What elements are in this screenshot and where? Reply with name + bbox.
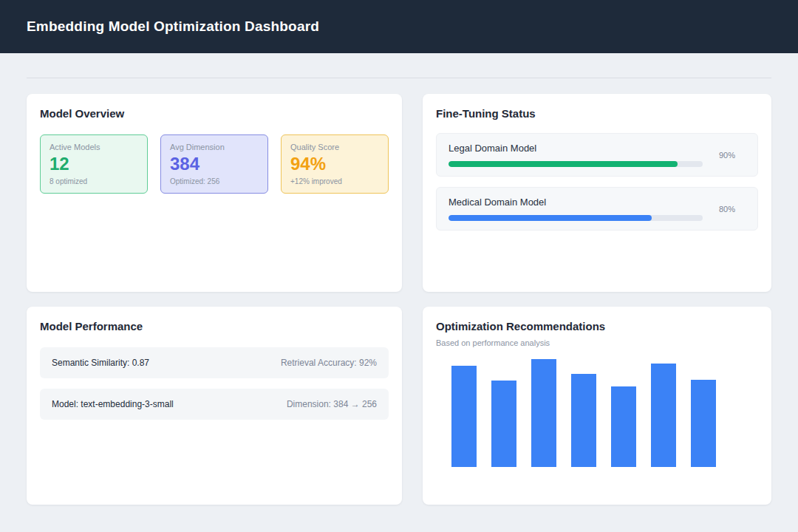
chart-bar <box>651 364 676 467</box>
cards-grid: Model Overview Active Models 12 8 optimi… <box>27 94 771 505</box>
stat-active-models: Active Models 12 8 optimized <box>40 134 148 194</box>
progress-row-left: Legal Domain Model <box>449 143 703 167</box>
stats-row: Active Models 12 8 optimized Avg Dimensi… <box>40 134 389 194</box>
progress-row-left: Medical Domain Model <box>449 197 703 221</box>
model-performance-title: Model Performance <box>40 320 389 332</box>
chart-bar <box>691 380 716 467</box>
stat-sub: 8 optimized <box>50 177 138 185</box>
stat-value: 94% <box>290 154 379 174</box>
card-model-overview: Model Overview Active Models 12 8 optimi… <box>27 94 402 292</box>
stat-avg-dimension: Avg Dimension 384 Optimized: 256 <box>160 134 268 194</box>
bar-chart <box>436 359 758 467</box>
recommendations-subtitle: Based on performance analysis <box>436 338 758 347</box>
performance-row: Model: text-embedding-3-small Dimension:… <box>40 389 389 420</box>
progress-track <box>449 161 703 167</box>
chart-bar <box>491 381 516 467</box>
stat-label: Quality Score <box>290 143 379 151</box>
chart-bar <box>531 359 556 467</box>
stat-value: 384 <box>170 154 259 174</box>
chart-bar <box>571 374 596 467</box>
page-title: Embedding Model Optimization Dashboard <box>27 18 319 35</box>
progress-percent: 90% <box>709 151 746 160</box>
chart-bar <box>451 366 477 467</box>
main-content: Model Overview Active Models 12 8 optimi… <box>0 78 798 505</box>
stat-sub: +12% improved <box>290 177 379 185</box>
model-name: Legal Domain Model <box>449 143 703 154</box>
model-name: Medical Domain Model <box>449 197 703 208</box>
model-overview-title: Model Overview <box>40 107 389 120</box>
progress-track <box>449 215 703 221</box>
progress-fill <box>449 161 678 167</box>
card-fine-tuning-status: Fine-Tuning Status Legal Domain Model 90… <box>423 94 771 292</box>
model-progress-row: Legal Domain Model 90% <box>436 133 758 177</box>
app-header: Embedding Model Optimization Dashboard <box>0 0 798 53</box>
chart-bar <box>611 386 636 468</box>
card-optimization-recommendations: Optimization Recommendations Based on pe… <box>423 307 771 505</box>
progress-fill <box>449 215 652 221</box>
stat-sub: Optimized: 256 <box>170 177 259 185</box>
performance-metric: Model: text-embedding-3-small <box>52 399 174 409</box>
performance-detail: Retrieval Accuracy: 92% <box>281 358 377 368</box>
progress-percent: 80% <box>709 205 746 214</box>
fine-tuning-title: Fine-Tuning Status <box>436 107 758 120</box>
recommendations-title: Optimization Recommendations <box>436 320 758 332</box>
header-divider <box>27 78 771 78</box>
stat-quality-score: Quality Score 94% +12% improved <box>281 134 389 194</box>
performance-detail: Dimension: 384 → 256 <box>287 399 377 409</box>
model-progress-row: Medical Domain Model 80% <box>436 187 758 231</box>
performance-row: Semantic Similarity: 0.87 Retrieval Accu… <box>40 347 389 378</box>
card-model-performance: Model Performance Semantic Similarity: 0… <box>27 307 402 505</box>
stat-label: Avg Dimension <box>170 143 259 151</box>
stat-label: Active Models <box>50 143 138 151</box>
stat-value: 12 <box>50 154 138 174</box>
performance-metric: Semantic Similarity: 0.87 <box>52 358 149 368</box>
